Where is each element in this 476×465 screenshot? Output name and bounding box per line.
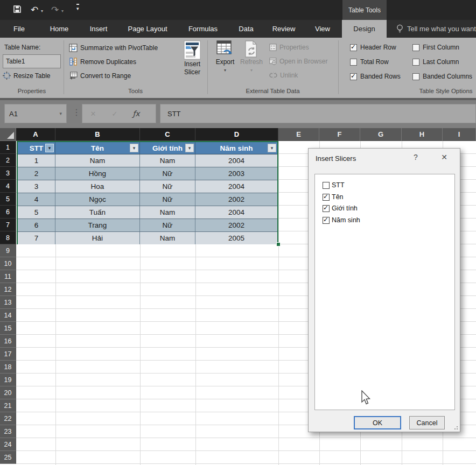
table-cell[interactable]: Ngọc xyxy=(55,193,140,206)
selection-fill-handle[interactable] xyxy=(276,242,281,246)
table-cell[interactable]: 2002 xyxy=(195,219,277,231)
undo-icon[interactable]: ↶ xyxy=(31,5,38,15)
filter-button-ten[interactable]: ▾ xyxy=(130,144,138,152)
tab-formulas[interactable]: Formulas xyxy=(185,20,221,38)
table-cell[interactable]: 2004 xyxy=(195,154,277,167)
convert-to-range-button[interactable]: Convert to Range xyxy=(69,72,131,80)
row-header-14[interactable]: 14 xyxy=(0,309,16,322)
table-cell[interactable]: Trang xyxy=(55,219,140,231)
row-header-18[interactable]: 18 xyxy=(0,361,16,374)
row-header-9[interactable]: 9 xyxy=(0,244,16,257)
option-total-row[interactable]: Total Row xyxy=(350,58,389,66)
option-banded-columns[interactable]: Banded Columns xyxy=(412,73,472,80)
option-banded-rows[interactable]: ✓ Banded Rows xyxy=(350,73,401,80)
summarize-with-pivottable-button[interactable]: Summarize with PivotTable xyxy=(69,44,158,52)
table-cell[interactable]: 2002 xyxy=(195,193,277,206)
insert-function-icon[interactable]: ƒx xyxy=(125,109,147,118)
table-cell[interactable]: 7 xyxy=(18,232,55,244)
slicer-option-gioi-tinh[interactable]: ✓ Giới tính xyxy=(323,205,358,212)
tell-me-box[interactable]: Tell me what you want to do xyxy=(396,20,476,38)
table-cell[interactable]: 2004 xyxy=(195,180,277,193)
option-last-column[interactable]: Last Column xyxy=(412,58,459,66)
table-cell[interactable]: Nam xyxy=(55,154,140,167)
row-header-13[interactable]: 13 xyxy=(0,296,16,309)
row-header-7[interactable]: 7 xyxy=(0,219,16,231)
row-header-8[interactable]: 8 xyxy=(0,231,16,244)
slicer-option-nam-sinh[interactable]: ✓ Năm sinh xyxy=(323,216,360,224)
save-icon[interactable] xyxy=(13,5,22,13)
slicer-option-ten[interactable]: ✓ Tên xyxy=(323,193,344,201)
row-header-4[interactable]: 4 xyxy=(0,180,16,193)
row-header-5[interactable]: 5 xyxy=(0,193,16,206)
slicer-option-stt[interactable]: STT xyxy=(323,181,345,189)
tab-file[interactable]: File xyxy=(7,20,31,38)
column-header-i[interactable]: I xyxy=(443,128,476,141)
tab-insert[interactable]: Insert xyxy=(86,20,111,38)
column-header-f[interactable]: F xyxy=(319,128,360,141)
option-first-column[interactable]: First Column xyxy=(412,44,459,51)
cancel-button[interactable]: Cancel xyxy=(409,416,445,429)
row-header-21[interactable]: 21 xyxy=(0,399,16,412)
row-header-1[interactable]: 1 xyxy=(0,141,16,154)
row-header-12[interactable]: 12 xyxy=(0,283,16,296)
table-cell[interactable]: Tuấn xyxy=(55,206,140,219)
row-header-15[interactable]: 15 xyxy=(0,322,16,335)
row-header-23[interactable]: 23 xyxy=(0,425,16,438)
table-header-stt[interactable]: STT ▾ xyxy=(18,142,55,154)
row-header-2[interactable]: 2 xyxy=(0,154,16,167)
column-header-g[interactable]: G xyxy=(360,128,402,141)
table-cell[interactable]: 6 xyxy=(18,219,55,231)
name-box-dropdown-icon[interactable]: ▾ xyxy=(59,111,62,116)
dialog-close-button[interactable]: ✕ xyxy=(438,153,451,165)
table-cell[interactable]: Nam xyxy=(140,232,195,244)
table-cell[interactable]: Hoa xyxy=(55,180,140,193)
row-header-3[interactable]: 3 xyxy=(0,167,16,180)
table-cell[interactable]: 4 xyxy=(18,193,55,206)
column-header-b[interactable]: B xyxy=(55,128,140,141)
table-cell[interactable]: 1 xyxy=(18,154,55,167)
select-all-button[interactable] xyxy=(0,128,16,141)
row-header-11[interactable]: 11 xyxy=(0,270,16,283)
table-header-gioi-tinh[interactable]: Giới tính ▾ xyxy=(140,142,195,154)
column-header-h[interactable]: H xyxy=(402,128,443,141)
column-header-a[interactable]: A xyxy=(16,128,55,141)
table-cell[interactable]: 2003 xyxy=(195,167,277,180)
row-header-17[interactable]: 17 xyxy=(0,348,16,361)
row-header-19[interactable]: 19 xyxy=(0,374,16,386)
column-header-e[interactable]: E xyxy=(278,128,319,141)
table-cell[interactable]: 2 xyxy=(18,167,55,180)
option-header-row[interactable]: ✓ Header Row xyxy=(350,44,396,51)
tab-home[interactable]: Home xyxy=(46,20,72,38)
filter-button-nam-sinh[interactable]: ▾ xyxy=(268,144,276,152)
row-header-25[interactable]: 25 xyxy=(0,451,16,464)
tab-design-active[interactable]: Design xyxy=(342,20,387,38)
table-cell[interactable]: Nam xyxy=(140,206,195,219)
tab-page-layout[interactable]: Page Layout xyxy=(125,20,170,38)
table-cell[interactable]: Nữ xyxy=(140,219,195,231)
table-header-nam-sinh[interactable]: Năm sinh ▾ xyxy=(195,142,277,154)
name-box[interactable]: A1 ▾ xyxy=(4,104,67,123)
table-cell[interactable]: 3 xyxy=(18,180,55,193)
row-header-6[interactable]: 6 xyxy=(0,206,16,219)
column-header-d[interactable]: D xyxy=(195,128,278,141)
table-cell[interactable]: Hải xyxy=(55,232,140,244)
tab-view[interactable]: View xyxy=(312,20,333,38)
table-header-ten[interactable]: Tên ▾ xyxy=(55,142,140,154)
filter-button-gioi-tinh[interactable]: ▾ xyxy=(185,144,194,152)
column-header-c[interactable]: C xyxy=(140,128,195,141)
export-button[interactable]: Export ▾ xyxy=(213,40,237,74)
filter-button-stt[interactable]: ▾ xyxy=(45,144,54,152)
table-cell[interactable]: 2005 xyxy=(195,232,277,244)
table-cell[interactable]: 5 xyxy=(18,206,55,219)
table-cell[interactable]: 2004 xyxy=(195,206,277,219)
tab-review[interactable]: Review xyxy=(270,20,297,38)
undo-dropdown-icon[interactable]: ▾ xyxy=(41,9,43,13)
remove-duplicates-button[interactable]: Remove Duplicates xyxy=(69,58,136,66)
table-cell[interactable]: Nữ xyxy=(140,167,195,180)
formula-input[interactable]: STT xyxy=(160,104,476,123)
table-cell[interactable]: Hồng xyxy=(55,167,140,180)
row-header-22[interactable]: 22 xyxy=(0,412,16,425)
dialog-help-button[interactable]: ? xyxy=(410,153,422,165)
table-name-input[interactable]: Table1 xyxy=(3,54,61,68)
row-header-16[interactable]: 16 xyxy=(0,335,16,348)
